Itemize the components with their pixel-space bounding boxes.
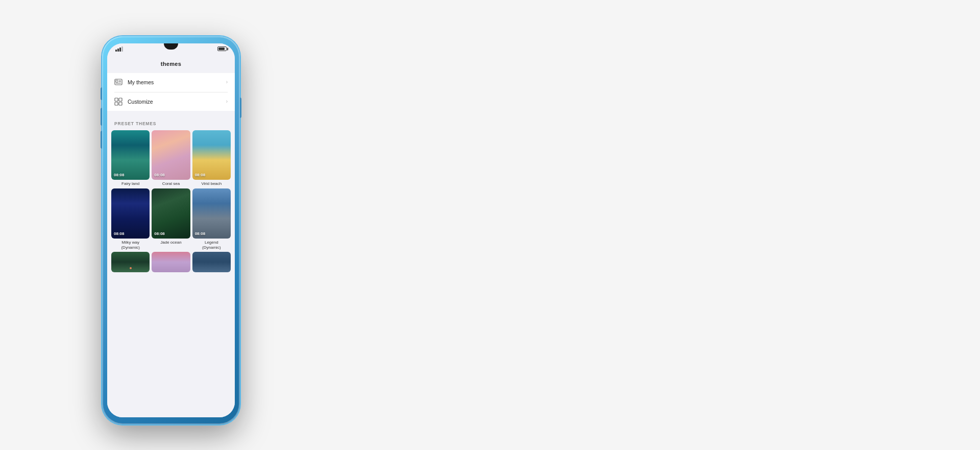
svg-rect-7 <box>115 102 118 105</box>
svg-rect-8 <box>119 102 122 105</box>
svg-rect-5 <box>115 98 118 101</box>
theme-jade-ocean[interactable]: 08:08 Jade ocean <box>152 188 190 250</box>
signal-bar-1 <box>115 50 117 52</box>
milky-way-thumbnail: 08:08 <box>111 188 150 239</box>
my-themes-label: My themes <box>128 79 154 85</box>
legend-thumbnail: 08:08 <box>192 188 231 239</box>
theme-coral-sea[interactable]: 08:08 Coral sea <box>152 130 190 187</box>
my-themes-item[interactable]: My themes › <box>107 73 235 91</box>
phone-screen: themes My themes <box>107 43 235 417</box>
my-themes-left: My themes <box>114 78 154 86</box>
theme-fairy-land[interactable]: 08:08 Fairy land <box>111 130 150 187</box>
battery-indicator <box>217 46 227 51</box>
svg-rect-1 <box>116 80 118 82</box>
silent-switch <box>101 131 102 149</box>
signal-bar-4 <box>121 46 123 52</box>
partial-theme-1[interactable] <box>111 252 150 272</box>
customize-icon <box>114 98 122 106</box>
theme-grid: 08:08 Fairy land 08:08 Coral sea 08:08 <box>107 130 235 250</box>
section-header: PRESET THEMES <box>107 115 235 130</box>
partial-theme-2[interactable] <box>152 252 190 272</box>
jade-ocean-thumbnail: 08:08 <box>152 188 190 239</box>
milky-way-time: 08:08 <box>114 231 124 236</box>
volume-up-button <box>101 87 102 100</box>
customize-left: Customize <box>114 98 153 106</box>
my-themes-chevron: › <box>226 79 228 85</box>
virid-beach-time: 08:08 <box>195 173 205 177</box>
theme-milky-way[interactable]: 08:08 Milky way(Dynamic) <box>111 188 150 250</box>
jade-ocean-time: 08:08 <box>154 231 164 236</box>
partial-theme-3[interactable] <box>192 252 231 272</box>
app-title: themes <box>161 61 181 67</box>
phone-mockup: themes My themes <box>102 36 240 424</box>
coral-sea-name: Coral sea <box>152 181 190 186</box>
palette-icon <box>114 78 122 86</box>
fairy-land-name: Fairy land <box>111 181 150 186</box>
dot-indicator <box>130 267 132 269</box>
legend-name: Legend(Dynamic) <box>192 240 231 250</box>
virid-beach-name: Virid beach <box>192 181 231 186</box>
theme-virid-beach[interactable]: 08:08 Virid beach <box>192 130 231 187</box>
jade-ocean-name: Jade ocean <box>152 240 190 245</box>
virid-beach-thumbnail: 08:08 <box>192 130 231 180</box>
legend-time: 08:08 <box>195 231 205 236</box>
signal-bar-2 <box>117 49 119 52</box>
battery-fill <box>218 48 225 50</box>
coral-sea-thumbnail: 08:08 <box>152 130 190 180</box>
volume-down-button <box>101 108 102 126</box>
theme-legend[interactable]: 08:08 Legend(Dynamic) <box>192 188 231 250</box>
customize-chevron: › <box>226 99 228 104</box>
customize-item[interactable]: Customize › <box>107 92 235 111</box>
content-area: My themes › Customize <box>107 73 235 417</box>
power-button <box>240 98 241 118</box>
signal-indicator <box>115 46 123 52</box>
fairy-land-thumbnail: 08:08 <box>111 130 150 180</box>
fairy-land-time: 08:08 <box>114 173 124 177</box>
app-header: themes <box>107 55 235 73</box>
svg-rect-6 <box>119 98 122 101</box>
signal-bar-3 <box>119 48 121 52</box>
menu-container: My themes › Customize <box>107 73 235 111</box>
coral-sea-time: 08:08 <box>154 173 164 177</box>
customize-label: Customize <box>128 99 153 105</box>
milky-way-name: Milky way(Dynamic) <box>111 240 150 250</box>
partial-themes-row <box>107 252 235 272</box>
